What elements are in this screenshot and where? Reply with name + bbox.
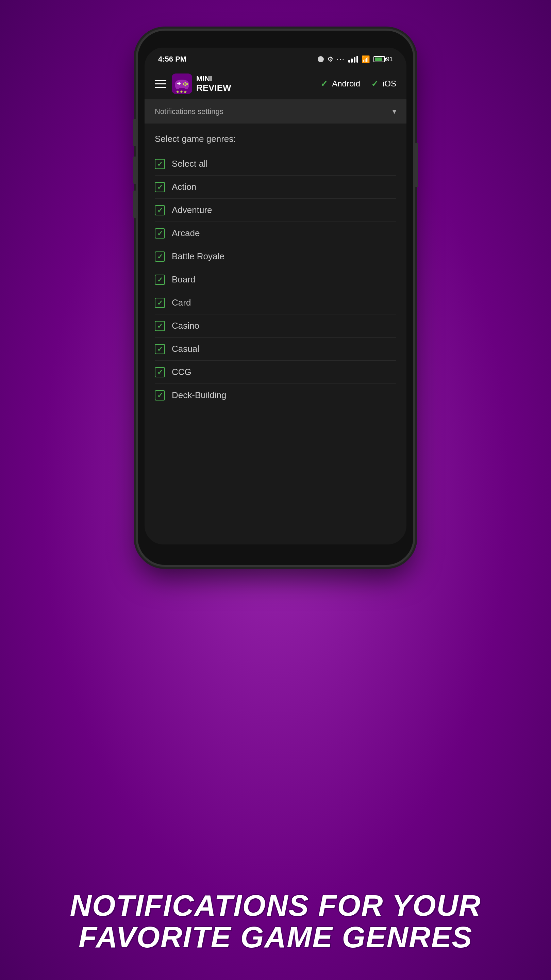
genre-item-deck-building[interactable]: ✓ Deck-Building — [155, 384, 396, 407]
wifi-icon: 📶 — [362, 55, 370, 63]
genre-label-card: Card — [172, 298, 191, 308]
notifications-settings-bar[interactable]: Notifications settings ▾ — [144, 100, 407, 124]
svg-text:★★★: ★★★ — [176, 89, 187, 94]
genre-checkbox-adventure[interactable]: ✓ — [155, 205, 165, 215]
genre-label-action: Action — [172, 182, 196, 192]
logo-text: MiNi REVIEW — [196, 75, 231, 93]
check-icon: ✓ — [157, 275, 163, 284]
header-left: ★★★ MiNi REVIEW — [155, 73, 231, 94]
svg-rect-2 — [179, 82, 179, 85]
genre-item-board[interactable]: ✓ Board — [155, 268, 396, 291]
android-check[interactable]: ✓ — [320, 79, 329, 88]
banner-line-2: FAVORITE GAME GENRES — [79, 920, 472, 954]
genre-list: ✓ Select all ✓ Action ✓ Adventure ✓ Arca… — [155, 153, 396, 407]
genre-label-select-all: Select all — [172, 159, 208, 169]
check-icon: ✓ — [157, 299, 163, 307]
genre-label-casino: Casino — [172, 321, 199, 331]
bottom-banner: NOTIFICATIONS FOR YOUR FAVORITE GAME GEN… — [0, 869, 551, 980]
header-filters: ✓ Android ✓ iOS — [320, 79, 396, 89]
svg-point-5 — [185, 85, 186, 86]
more-icon: ··· — [337, 55, 345, 64]
check-icon: ✓ — [157, 391, 163, 399]
status-icons: ⚙ ··· 📶 91 — [318, 55, 393, 64]
genre-checkbox-action[interactable]: ✓ — [155, 182, 165, 192]
filter-ios[interactable]: ✓ iOS — [370, 79, 396, 89]
ios-label: iOS — [383, 79, 396, 89]
chevron-down-icon: ▾ — [392, 107, 396, 116]
battery-icon: 91 — [373, 56, 393, 63]
genre-item-casino[interactable]: ✓ Casino — [155, 314, 396, 337]
genre-label-ccg: CCG — [172, 367, 192, 377]
check-icon: ✓ — [157, 345, 163, 353]
battery-fill — [375, 57, 382, 61]
banner-text: NOTIFICATIONS FOR YOUR FAVORITE GAME GEN… — [27, 890, 524, 953]
logo-review: REVIEW — [196, 83, 231, 93]
check-icon: ✓ — [157, 160, 163, 168]
android-label: Android — [332, 79, 360, 89]
signal-bar-4 — [356, 56, 358, 63]
genre-item-battle-royale[interactable]: ✓ Battle Royale — [155, 245, 396, 268]
genre-label-casual: Casual — [172, 344, 199, 354]
genre-item-adventure[interactable]: ✓ Adventure — [155, 199, 396, 222]
phone-container: 4:56 PM ⚙ ··· 📶 — [138, 30, 413, 565]
check-icon: ✓ — [157, 206, 163, 215]
svg-point-6 — [183, 83, 185, 85]
logo: ★★★ MiNi REVIEW — [172, 73, 231, 94]
svg-point-3 — [185, 82, 186, 84]
genre-label-battle-royale: Battle Royale — [172, 251, 224, 262]
hamburger-line-1 — [155, 80, 166, 81]
filter-android[interactable]: ✓ Android — [320, 79, 360, 89]
network-icon: ⚙ — [327, 55, 333, 63]
genre-item-select-all[interactable]: ✓ Select all — [155, 153, 396, 176]
genre-checkbox-deck-building[interactable]: ✓ — [155, 390, 165, 401]
genre-label-arcade: Arcade — [172, 228, 200, 239]
app-header: ★★★ MiNi REVIEW ✓ — [144, 68, 407, 100]
controller-icon: ★★★ — [172, 73, 192, 94]
hamburger-line-3 — [155, 87, 166, 88]
genre-checkbox-board[interactable]: ✓ — [155, 275, 165, 285]
genre-checkbox-casual[interactable]: ✓ — [155, 344, 165, 354]
genre-checkbox-select-all[interactable]: ✓ — [155, 159, 165, 169]
signal-bar-1 — [348, 60, 350, 63]
hamburger-line-2 — [155, 83, 166, 84]
hamburger-menu[interactable] — [155, 80, 166, 88]
genre-label-deck-building: Deck-Building — [172, 390, 226, 401]
genre-item-casual[interactable]: ✓ Casual — [155, 337, 396, 361]
content-area: Select game genres: ✓ Select all ✓ Actio… — [144, 124, 407, 417]
genre-item-action[interactable]: ✓ Action — [155, 176, 396, 199]
genres-section-title: Select game genres: — [155, 134, 396, 144]
ios-check-icon: ✓ — [371, 79, 379, 89]
status-time: 4:56 PM — [158, 55, 186, 64]
genre-item-card[interactable]: ✓ Card — [155, 291, 396, 314]
phone-screen: 4:56 PM ⚙ ··· 📶 — [144, 48, 407, 544]
svg-point-4 — [186, 83, 188, 85]
battery-percent: 91 — [386, 56, 393, 63]
check-icon: ✓ — [157, 368, 163, 376]
genre-checkbox-ccg[interactable]: ✓ — [155, 367, 165, 377]
genre-checkbox-battle-royale[interactable]: ✓ — [155, 251, 165, 262]
genre-item-ccg[interactable]: ✓ CCG — [155, 361, 396, 384]
notifications-settings-label: Notifications settings — [155, 107, 224, 116]
check-icon: ✓ — [157, 253, 163, 261]
genre-checkbox-card[interactable]: ✓ — [155, 298, 165, 308]
genre-checkbox-arcade[interactable]: ✓ — [155, 228, 165, 239]
signal-bar-3 — [354, 57, 356, 63]
phone-frame: 4:56 PM ⚙ ··· 📶 — [138, 30, 413, 565]
signal-bars — [348, 56, 358, 63]
banner-line-1: NOTIFICATIONS FOR YOUR — [70, 888, 481, 922]
status-bar: 4:56 PM ⚙ ··· 📶 — [144, 48, 407, 68]
dot-icon — [318, 56, 324, 62]
signal-bar-2 — [351, 59, 353, 63]
battery-box — [373, 56, 385, 62]
genre-checkbox-casino[interactable]: ✓ — [155, 321, 165, 331]
ios-check[interactable]: ✓ — [370, 79, 379, 88]
check-icon: ✓ — [157, 322, 163, 330]
genre-label-board: Board — [172, 274, 195, 285]
logo-mini: MiNi — [196, 75, 231, 83]
genre-label-adventure: Adventure — [172, 205, 212, 215]
check-icon: ✓ — [157, 229, 163, 237]
genre-item-arcade[interactable]: ✓ Arcade — [155, 222, 396, 245]
android-check-icon: ✓ — [321, 79, 328, 89]
check-icon: ✓ — [157, 183, 163, 191]
